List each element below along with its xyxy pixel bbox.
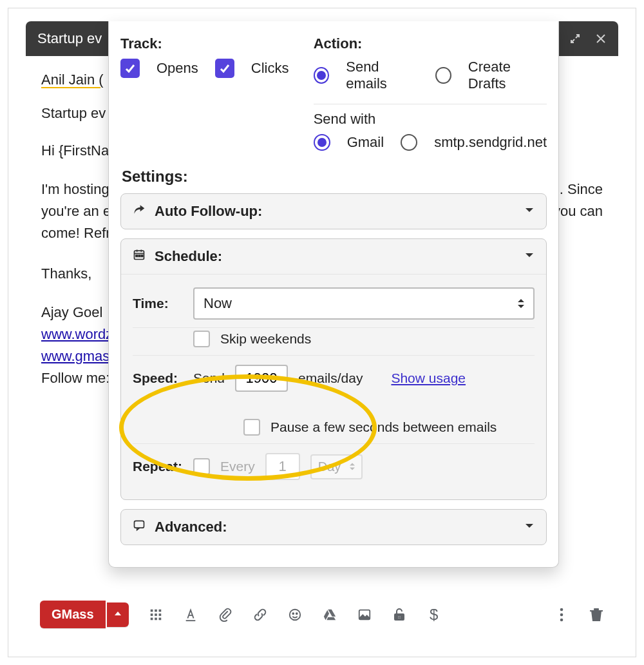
repeat-unit-select[interactable]: Day xyxy=(310,454,363,479)
close-icon[interactable] xyxy=(595,33,607,44)
image-icon[interactable] xyxy=(357,607,372,622)
speed-input[interactable] xyxy=(235,365,288,392)
gmass-settings-panel: Track: Opens Clicks Action: xyxy=(108,21,559,568)
schedule-header[interactable]: Schedule: xyxy=(121,239,546,275)
trash-icon[interactable] xyxy=(589,607,604,622)
settings-label: Settings: xyxy=(122,168,547,186)
gmass-button[interactable]: GMass xyxy=(40,601,106,628)
sort-arrows-icon xyxy=(350,462,355,471)
repeat-row: Repeat: Every Day xyxy=(133,444,535,488)
svg-rect-21 xyxy=(590,610,603,612)
app-frame: Startup ev Anil Jain ( Startup ev Hi {Fi… xyxy=(8,8,636,657)
skip-weekends-row: Skip weekends xyxy=(133,328,535,356)
link-icon[interactable] xyxy=(252,607,268,622)
sort-arrows-icon xyxy=(518,298,524,309)
action-send-radio[interactable] xyxy=(314,67,330,84)
repeat-every: Every xyxy=(220,459,255,474)
sendwith-gmail-radio[interactable] xyxy=(314,134,330,151)
sendwith-smtp-radio[interactable] xyxy=(401,134,417,151)
action-create-radio[interactable] xyxy=(435,67,451,84)
gmass-label: GMass xyxy=(52,607,94,622)
signature-link-1[interactable]: www.wordz xyxy=(41,326,113,342)
emoji-icon[interactable] xyxy=(287,607,303,622)
sendwith-smtp-label: smtp.sendgrid.net xyxy=(434,134,547,151)
pause-checkbox[interactable] xyxy=(243,419,260,436)
svg-rect-28 xyxy=(141,255,143,257)
drive-icon[interactable] xyxy=(322,607,337,622)
skip-weekends-checkbox[interactable] xyxy=(193,331,210,347)
action-create-label: Create Drafts xyxy=(468,59,547,92)
schedule-accordion: Schedule: Time: Now xyxy=(120,238,547,500)
body-line-tail: you can xyxy=(553,200,603,222)
time-select[interactable]: Now xyxy=(193,287,535,320)
gmass-dropdown[interactable] xyxy=(107,602,129,627)
svg-rect-4 xyxy=(150,613,153,616)
speed-row: Speed: Send emails/day Show usage Pause … xyxy=(133,356,535,444)
svg-rect-27 xyxy=(138,255,140,257)
track-clicks-checkbox[interactable] xyxy=(215,59,234,78)
format-icons: $ xyxy=(148,607,442,622)
compose-window: Startup ev Anil Jain ( Startup ev Hi {Fi… xyxy=(26,21,618,640)
time-value: Now xyxy=(204,295,232,312)
share-arrow-icon xyxy=(133,203,146,220)
expand-icon[interactable] xyxy=(569,33,581,44)
keypad-icon[interactable] xyxy=(148,607,164,622)
sendwith-gmail-label: Gmail xyxy=(347,134,384,151)
speed-unit: emails/day xyxy=(298,371,363,386)
recipient-name: Anil Jain ( xyxy=(41,72,104,88)
repeat-num-input[interactable] xyxy=(265,453,300,480)
show-usage-link[interactable]: Show usage xyxy=(391,371,466,386)
auto-followup-header[interactable]: Auto Follow-up: xyxy=(121,194,546,229)
svg-point-17 xyxy=(560,608,564,611)
repeat-checkbox[interactable] xyxy=(193,458,210,475)
action-options: Send emails Create Drafts xyxy=(314,59,547,92)
svg-point-11 xyxy=(289,609,300,620)
svg-rect-20 xyxy=(594,608,599,610)
track-label: Track: xyxy=(120,35,301,52)
time-label: Time: xyxy=(133,296,183,311)
calendar-icon xyxy=(133,248,146,265)
track-clicks-label: Clicks xyxy=(251,60,289,77)
schedule-label: Schedule: xyxy=(155,248,222,265)
svg-rect-6 xyxy=(158,613,161,616)
action-column: Action: Send emails Create Drafts Send w… xyxy=(314,35,547,151)
svg-point-18 xyxy=(560,613,564,616)
body-line: you're an e xyxy=(41,200,111,222)
sendwith-options: Gmail smtp.sendgrid.net xyxy=(314,134,547,151)
svg-rect-2 xyxy=(155,609,157,612)
svg-rect-5 xyxy=(155,613,157,616)
attach-icon[interactable] xyxy=(218,607,233,622)
advanced-label: Advanced: xyxy=(155,519,227,535)
money-icon[interactable]: $ xyxy=(426,607,442,622)
svg-rect-26 xyxy=(136,255,138,257)
auto-followup-accordion: Auto Follow-up: xyxy=(120,193,547,229)
body-line: I'm hosting xyxy=(41,178,109,200)
speed-label: Speed: xyxy=(133,371,183,386)
track-options: Opens Clicks xyxy=(120,59,301,78)
pause-label: Pause a few seconds between emails xyxy=(270,419,497,435)
track-action-row: Track: Opens Clicks Action: xyxy=(120,35,547,151)
auto-followup-label: Auto Follow-up: xyxy=(155,203,262,220)
repeat-unit-label: Day xyxy=(318,459,341,474)
signature-link-2[interactable]: www.gmas xyxy=(41,348,109,364)
track-column: Track: Opens Clicks xyxy=(120,35,301,151)
svg-point-12 xyxy=(292,613,294,614)
action-label: Action: xyxy=(314,35,547,52)
chevron-down-icon xyxy=(524,205,535,218)
advanced-header[interactable]: Advanced: xyxy=(121,510,546,545)
chevron-down-icon xyxy=(524,521,535,534)
more-icon[interactable] xyxy=(554,607,569,622)
repeat-label: Repeat: xyxy=(133,459,183,474)
advanced-accordion: Advanced: xyxy=(120,509,547,545)
svg-rect-9 xyxy=(158,617,161,620)
speed-send: Send xyxy=(193,371,225,386)
text-format-icon[interactable] xyxy=(183,607,198,622)
track-opens-label: Opens xyxy=(156,60,198,77)
action-send-label: Send emails xyxy=(346,59,419,92)
svg-point-19 xyxy=(560,618,564,621)
svg-rect-7 xyxy=(150,617,153,620)
track-opens-checkbox[interactable] xyxy=(120,59,140,78)
confidential-icon[interactable] xyxy=(392,607,407,622)
schedule-body: Time: Now Skip weekends xyxy=(121,275,546,499)
comment-icon xyxy=(133,519,146,535)
